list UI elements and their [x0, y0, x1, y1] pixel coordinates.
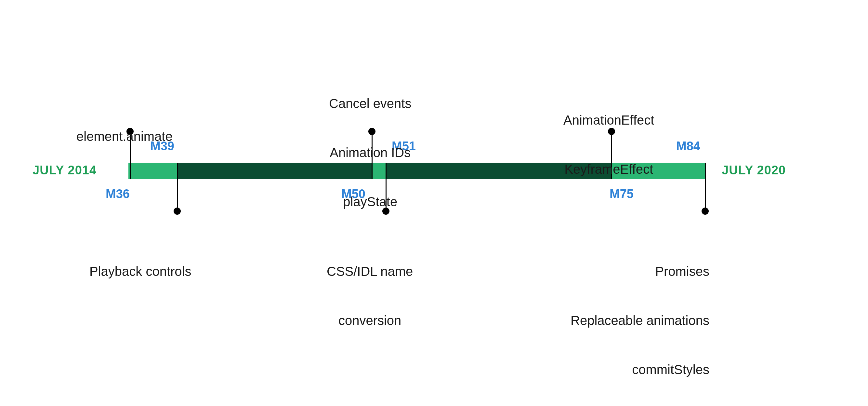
desc-m36: element.animate	[76, 95, 173, 177]
desc-m84: Promises Replaceable animations commitSt…	[538, 230, 709, 406]
desc-line: playState	[329, 194, 411, 210]
stem-m84	[705, 163, 706, 210]
dot-m84	[702, 208, 709, 215]
desc-line: Animation IDs	[329, 144, 411, 161]
desc-m51: Cancel events Animation IDs playState	[329, 62, 411, 243]
desc-m39: Playback controls	[89, 230, 191, 312]
desc-line: AnimationEffect	[563, 112, 654, 128]
desc-m75: AnimationEffect KeyframeEffect	[563, 79, 654, 210]
desc-line: commitStyles	[538, 361, 709, 378]
end-date-label: JULY 2020	[722, 163, 786, 177]
stem-m39	[177, 163, 178, 210]
desc-line: CSS/IDL name	[327, 263, 413, 280]
desc-line: Replaceable animations	[538, 312, 709, 328]
desc-line: Playback controls	[89, 263, 191, 280]
timeline-diagram: JULY 2014 JULY 2020 M36 element.animate …	[0, 0, 868, 406]
desc-line: KeyframeEffect	[563, 161, 654, 177]
version-label-m36: M36	[106, 187, 130, 201]
desc-line: conversion	[327, 312, 413, 328]
dot-m39	[174, 208, 181, 215]
desc-m50: CSS/IDL name conversion	[327, 230, 413, 361]
desc-line: Promises	[538, 263, 709, 280]
desc-line: Cancel events	[329, 95, 411, 112]
version-label-m39: M39	[150, 139, 174, 153]
version-label-m84: M84	[676, 139, 700, 153]
